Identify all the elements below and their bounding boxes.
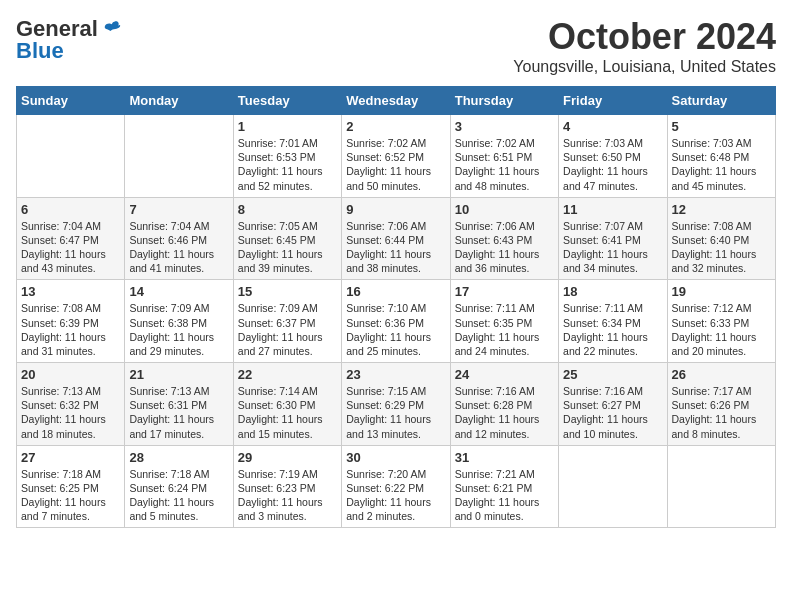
day-info: Sunrise: 7:01 AM Sunset: 6:53 PM Dayligh… bbox=[238, 136, 337, 193]
day-number: 2 bbox=[346, 119, 445, 134]
day-number: 1 bbox=[238, 119, 337, 134]
calendar-cell: 24Sunrise: 7:16 AM Sunset: 6:28 PM Dayli… bbox=[450, 363, 558, 446]
calendar-cell: 6Sunrise: 7:04 AM Sunset: 6:47 PM Daylig… bbox=[17, 197, 125, 280]
day-info: Sunrise: 7:09 AM Sunset: 6:37 PM Dayligh… bbox=[238, 301, 337, 358]
day-number: 26 bbox=[672, 367, 771, 382]
calendar-cell: 31Sunrise: 7:21 AM Sunset: 6:21 PM Dayli… bbox=[450, 445, 558, 528]
calendar-cell: 26Sunrise: 7:17 AM Sunset: 6:26 PM Dayli… bbox=[667, 363, 775, 446]
calendar-cell bbox=[667, 445, 775, 528]
calendar-cell: 3Sunrise: 7:02 AM Sunset: 6:51 PM Daylig… bbox=[450, 115, 558, 198]
calendar-cell: 21Sunrise: 7:13 AM Sunset: 6:31 PM Dayli… bbox=[125, 363, 233, 446]
calendar-cell: 12Sunrise: 7:08 AM Sunset: 6:40 PM Dayli… bbox=[667, 197, 775, 280]
col-header-friday: Friday bbox=[559, 87, 667, 115]
col-header-sunday: Sunday bbox=[17, 87, 125, 115]
calendar-cell: 28Sunrise: 7:18 AM Sunset: 6:24 PM Dayli… bbox=[125, 445, 233, 528]
calendar-cell bbox=[559, 445, 667, 528]
day-number: 8 bbox=[238, 202, 337, 217]
calendar-cell: 15Sunrise: 7:09 AM Sunset: 6:37 PM Dayli… bbox=[233, 280, 341, 363]
calendar-cell: 18Sunrise: 7:11 AM Sunset: 6:34 PM Dayli… bbox=[559, 280, 667, 363]
day-info: Sunrise: 7:03 AM Sunset: 6:48 PM Dayligh… bbox=[672, 136, 771, 193]
day-info: Sunrise: 7:21 AM Sunset: 6:21 PM Dayligh… bbox=[455, 467, 554, 524]
day-info: Sunrise: 7:18 AM Sunset: 6:25 PM Dayligh… bbox=[21, 467, 120, 524]
day-info: Sunrise: 7:04 AM Sunset: 6:47 PM Dayligh… bbox=[21, 219, 120, 276]
day-info: Sunrise: 7:09 AM Sunset: 6:38 PM Dayligh… bbox=[129, 301, 228, 358]
day-number: 25 bbox=[563, 367, 662, 382]
calendar-cell: 11Sunrise: 7:07 AM Sunset: 6:41 PM Dayli… bbox=[559, 197, 667, 280]
day-number: 6 bbox=[21, 202, 120, 217]
day-number: 14 bbox=[129, 284, 228, 299]
day-info: Sunrise: 7:19 AM Sunset: 6:23 PM Dayligh… bbox=[238, 467, 337, 524]
month-title: October 2024 bbox=[513, 16, 776, 58]
day-number: 3 bbox=[455, 119, 554, 134]
calendar-cell: 17Sunrise: 7:11 AM Sunset: 6:35 PM Dayli… bbox=[450, 280, 558, 363]
day-number: 28 bbox=[129, 450, 228, 465]
day-info: Sunrise: 7:07 AM Sunset: 6:41 PM Dayligh… bbox=[563, 219, 662, 276]
day-number: 13 bbox=[21, 284, 120, 299]
calendar-cell: 20Sunrise: 7:13 AM Sunset: 6:32 PM Dayli… bbox=[17, 363, 125, 446]
day-number: 21 bbox=[129, 367, 228, 382]
day-info: Sunrise: 7:16 AM Sunset: 6:28 PM Dayligh… bbox=[455, 384, 554, 441]
day-number: 11 bbox=[563, 202, 662, 217]
col-header-saturday: Saturday bbox=[667, 87, 775, 115]
day-info: Sunrise: 7:03 AM Sunset: 6:50 PM Dayligh… bbox=[563, 136, 662, 193]
day-number: 22 bbox=[238, 367, 337, 382]
page-header: General Blue October 2024 Youngsville, L… bbox=[16, 16, 776, 76]
day-info: Sunrise: 7:02 AM Sunset: 6:52 PM Dayligh… bbox=[346, 136, 445, 193]
calendar-week-5: 27Sunrise: 7:18 AM Sunset: 6:25 PM Dayli… bbox=[17, 445, 776, 528]
calendar-cell bbox=[17, 115, 125, 198]
day-info: Sunrise: 7:08 AM Sunset: 6:40 PM Dayligh… bbox=[672, 219, 771, 276]
calendar-week-1: 1Sunrise: 7:01 AM Sunset: 6:53 PM Daylig… bbox=[17, 115, 776, 198]
calendar-cell: 5Sunrise: 7:03 AM Sunset: 6:48 PM Daylig… bbox=[667, 115, 775, 198]
calendar-cell: 27Sunrise: 7:18 AM Sunset: 6:25 PM Dayli… bbox=[17, 445, 125, 528]
day-info: Sunrise: 7:04 AM Sunset: 6:46 PM Dayligh… bbox=[129, 219, 228, 276]
day-number: 18 bbox=[563, 284, 662, 299]
day-info: Sunrise: 7:06 AM Sunset: 6:44 PM Dayligh… bbox=[346, 219, 445, 276]
day-info: Sunrise: 7:11 AM Sunset: 6:35 PM Dayligh… bbox=[455, 301, 554, 358]
day-info: Sunrise: 7:16 AM Sunset: 6:27 PM Dayligh… bbox=[563, 384, 662, 441]
day-info: Sunrise: 7:02 AM Sunset: 6:51 PM Dayligh… bbox=[455, 136, 554, 193]
col-header-thursday: Thursday bbox=[450, 87, 558, 115]
day-number: 4 bbox=[563, 119, 662, 134]
calendar-cell: 10Sunrise: 7:06 AM Sunset: 6:43 PM Dayli… bbox=[450, 197, 558, 280]
day-number: 15 bbox=[238, 284, 337, 299]
calendar-cell: 22Sunrise: 7:14 AM Sunset: 6:30 PM Dayli… bbox=[233, 363, 341, 446]
day-number: 5 bbox=[672, 119, 771, 134]
day-info: Sunrise: 7:13 AM Sunset: 6:32 PM Dayligh… bbox=[21, 384, 120, 441]
calendar-cell bbox=[125, 115, 233, 198]
logo: General Blue bbox=[16, 16, 121, 64]
calendar-cell: 16Sunrise: 7:10 AM Sunset: 6:36 PM Dayli… bbox=[342, 280, 450, 363]
calendar-cell: 7Sunrise: 7:04 AM Sunset: 6:46 PM Daylig… bbox=[125, 197, 233, 280]
calendar-week-3: 13Sunrise: 7:08 AM Sunset: 6:39 PM Dayli… bbox=[17, 280, 776, 363]
day-number: 27 bbox=[21, 450, 120, 465]
day-number: 17 bbox=[455, 284, 554, 299]
calendar-cell: 2Sunrise: 7:02 AM Sunset: 6:52 PM Daylig… bbox=[342, 115, 450, 198]
day-number: 7 bbox=[129, 202, 228, 217]
day-number: 19 bbox=[672, 284, 771, 299]
day-number: 23 bbox=[346, 367, 445, 382]
day-info: Sunrise: 7:17 AM Sunset: 6:26 PM Dayligh… bbox=[672, 384, 771, 441]
day-number: 16 bbox=[346, 284, 445, 299]
calendar-cell: 4Sunrise: 7:03 AM Sunset: 6:50 PM Daylig… bbox=[559, 115, 667, 198]
col-header-wednesday: Wednesday bbox=[342, 87, 450, 115]
col-header-monday: Monday bbox=[125, 87, 233, 115]
day-number: 9 bbox=[346, 202, 445, 217]
title-block: October 2024 Youngsville, Louisiana, Uni… bbox=[513, 16, 776, 76]
day-info: Sunrise: 7:05 AM Sunset: 6:45 PM Dayligh… bbox=[238, 219, 337, 276]
calendar-header: SundayMondayTuesdayWednesdayThursdayFrid… bbox=[17, 87, 776, 115]
day-info: Sunrise: 7:08 AM Sunset: 6:39 PM Dayligh… bbox=[21, 301, 120, 358]
day-info: Sunrise: 7:06 AM Sunset: 6:43 PM Dayligh… bbox=[455, 219, 554, 276]
day-number: 29 bbox=[238, 450, 337, 465]
day-info: Sunrise: 7:10 AM Sunset: 6:36 PM Dayligh… bbox=[346, 301, 445, 358]
calendar-cell: 30Sunrise: 7:20 AM Sunset: 6:22 PM Dayli… bbox=[342, 445, 450, 528]
calendar-table: SundayMondayTuesdayWednesdayThursdayFrid… bbox=[16, 86, 776, 528]
location-subtitle: Youngsville, Louisiana, United States bbox=[513, 58, 776, 76]
day-info: Sunrise: 7:20 AM Sunset: 6:22 PM Dayligh… bbox=[346, 467, 445, 524]
calendar-cell: 9Sunrise: 7:06 AM Sunset: 6:44 PM Daylig… bbox=[342, 197, 450, 280]
calendar-week-2: 6Sunrise: 7:04 AM Sunset: 6:47 PM Daylig… bbox=[17, 197, 776, 280]
calendar-cell: 13Sunrise: 7:08 AM Sunset: 6:39 PM Dayli… bbox=[17, 280, 125, 363]
day-number: 30 bbox=[346, 450, 445, 465]
calendar-cell: 25Sunrise: 7:16 AM Sunset: 6:27 PM Dayli… bbox=[559, 363, 667, 446]
calendar-cell: 23Sunrise: 7:15 AM Sunset: 6:29 PM Dayli… bbox=[342, 363, 450, 446]
day-number: 20 bbox=[21, 367, 120, 382]
day-number: 12 bbox=[672, 202, 771, 217]
